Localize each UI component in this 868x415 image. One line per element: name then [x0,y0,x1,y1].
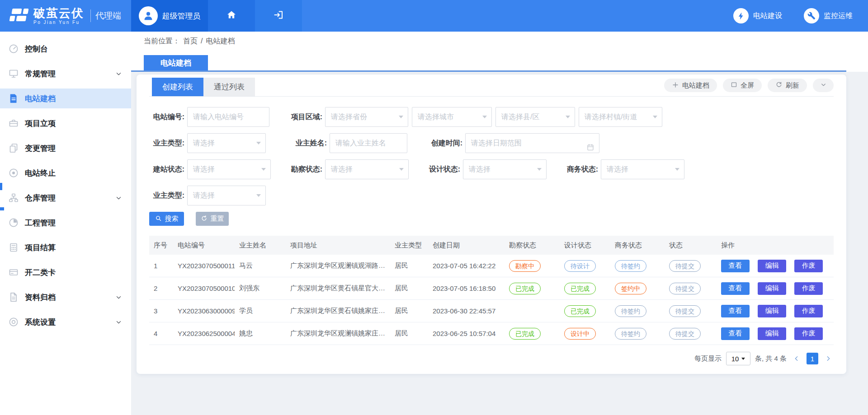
void-button[interactable]: 作废 [794,327,823,340]
edit-button[interactable]: 编辑 [758,282,786,295]
breadcrumb-separator: / [201,37,203,45]
collapse-toolbar-button[interactable] [813,79,834,92]
business-status-pill: 签约中 [615,283,646,294]
sidebar-item-data-archive[interactable]: 资料归档 [0,287,131,307]
filter-row-3: 建站状态: 请选择 勘察状态: 请选择 设计状态: 请选择 商务状态: 请选择 [149,159,834,179]
town-select[interactable]: 请选择村镇/街道 [579,107,662,127]
nav-monitor-ops-label: 监控运维 [824,11,853,21]
edit-button[interactable]: 编辑 [758,305,786,317]
survey-status-pill: 勘察中 [509,260,541,272]
void-button[interactable]: 作废 [794,260,823,272]
cell-code: YX2023070500010 [173,277,235,300]
cell-code: YX2023063000009 [173,300,235,322]
wrench-icon [804,8,819,23]
county-select[interactable]: 请选择县/区 [495,107,575,127]
home-button[interactable] [208,0,255,32]
next-page-button[interactable] [823,355,834,362]
caret-down-icon [482,116,487,118]
lightning-icon [733,8,749,23]
page-tab-bar: 电站建档 [131,51,868,72]
business-status-pill: 待签约 [615,260,646,272]
filter-row-2: 业主类型: 请选择 业主姓名: 创建时间: 请选择日期范围 [149,133,834,153]
panel-tabs: 创建列表 通过列表 [152,78,255,96]
user-menu[interactable]: 超级管理员 [131,0,208,32]
sidebar-scrollbar-thumb[interactable] [0,207,4,210]
date-range-input[interactable]: 请选择日期范围 [465,133,599,153]
sidebar-item-engineering-mgmt[interactable]: 工程管理 [0,213,131,233]
station-code-input[interactable] [187,107,269,127]
sidebar-item-station-termination[interactable]: 电站终止 [0,163,131,183]
logout-button[interactable] [255,0,302,32]
city-select[interactable]: 请选择城市 [412,107,492,127]
owner-name-input[interactable] [330,133,407,153]
province-select[interactable]: 请选择省份 [325,107,408,127]
cell-created: 2023-06-25 10:57:04 [428,322,505,345]
home-icon [226,9,237,22]
survey-status-select[interactable]: 请选择 [325,159,409,179]
view-button[interactable]: 查看 [721,282,750,295]
reset-button[interactable]: 重置 [196,212,229,226]
sidebar-item-project-settlement[interactable]: 项目结算 [0,238,131,257]
status-pill: 待提交 [669,260,701,272]
void-button[interactable]: 作废 [794,305,823,317]
col-header-type: 业主类型 [390,236,428,255]
page-size-select[interactable]: 10 [726,352,750,365]
filter-buttons: 搜索 重置 [149,212,834,226]
portal-label: 代理端 [95,10,121,22]
panel-toolbar: 创建列表 通过列表 电站建档 全屏 刷新 [149,75,834,97]
build-status-select[interactable]: 请选择 [187,159,271,179]
fullscreen-button[interactable]: 全屏 [723,79,762,92]
sidebar-item-station-archive[interactable]: 电站建档 [0,89,131,108]
page-1-button[interactable]: 1 [807,353,818,364]
station-code-label: 电站编号: [149,112,184,122]
col-header-business: 商务状态 [610,236,665,255]
pagination: 每页显示 10 条, 共 4 条 1 [149,352,834,365]
refresh-button[interactable]: 刷新 [768,79,807,92]
copy-icon [8,143,19,154]
business-status-label: 商务状态: [563,165,598,174]
view-button[interactable]: 查看 [721,305,750,317]
caret-down-icon [399,168,404,171]
sidebar-item-project-initiation[interactable]: 项目立项 [0,113,131,133]
tab-create-list[interactable]: 创建列表 [152,78,203,96]
sidebar-item-general-mgmt[interactable]: 常规管理 [0,64,131,84]
prev-page-button[interactable] [791,355,802,362]
void-button[interactable]: 作废 [794,282,823,295]
sidebar-item-open-type2-card[interactable]: 开二类卡 [0,262,131,282]
col-header-address: 项目地址 [286,236,390,255]
col-header-design: 设计状态 [560,236,610,255]
chevron-down-icon [115,294,122,303]
owner-type2-select[interactable]: 请选择 [187,186,266,205]
app-header: 破茧云伏 Po Jian Yun Fu 代理端 超级管理员 电站建设 [0,0,868,32]
nav-station-build[interactable]: 电站建设 [733,8,782,23]
sidebar-item-console[interactable]: 控制台 [0,39,131,59]
edit-button[interactable]: 编辑 [758,260,786,272]
sidebar-scrollbar-thumb[interactable] [0,183,2,190]
page-tab-station-archive[interactable]: 电站建档 [144,55,208,71]
tab-passed-list[interactable]: 通过列表 [203,78,255,96]
business-status-select[interactable]: 请选择 [601,159,684,179]
edit-button[interactable]: 编辑 [758,327,786,340]
gauge-icon [8,217,19,228]
nav-monitor-ops[interactable]: 监控运维 [804,8,853,23]
design-status-select[interactable]: 请选择 [463,159,547,179]
search-button[interactable]: 搜索 [149,212,184,226]
breadcrumb-label: 当前位置： [144,37,180,46]
owner-type-select[interactable]: 请选择 [187,133,266,153]
cell-address: 广东深圳龙华区黄石镇姚家庄… [286,300,390,322]
view-button[interactable]: 查看 [721,260,750,272]
sidebar-item-warehouse-mgmt[interactable]: 仓库管理 [0,188,131,208]
caret-down-icon [261,168,266,171]
brand-divider [90,9,91,22]
cell-index: 4 [149,322,173,345]
add-station-button[interactable]: 电站建档 [664,79,717,92]
sidebar-menu: 控制台 常规管理 电站建档 项目立项 变更 [0,32,131,332]
design-status-pill: 设计中 [564,328,596,340]
brand[interactable]: 破茧云伏 Po Jian Yun Fu 代理端 [0,0,131,32]
main-content: 当前位置： 首页 / 电站建档 电站建档 创建列表 通过列表 电站建档 全屏 [131,32,868,415]
sidebar-item-change-mgmt[interactable]: 变更管理 [0,138,131,158]
sidebar-item-system-settings[interactable]: 系统设置 [0,312,131,332]
view-button[interactable]: 查看 [721,327,750,340]
brand-subtitle: Po Jian Yun Fu [33,20,84,25]
breadcrumb-home[interactable]: 首页 [183,37,198,46]
